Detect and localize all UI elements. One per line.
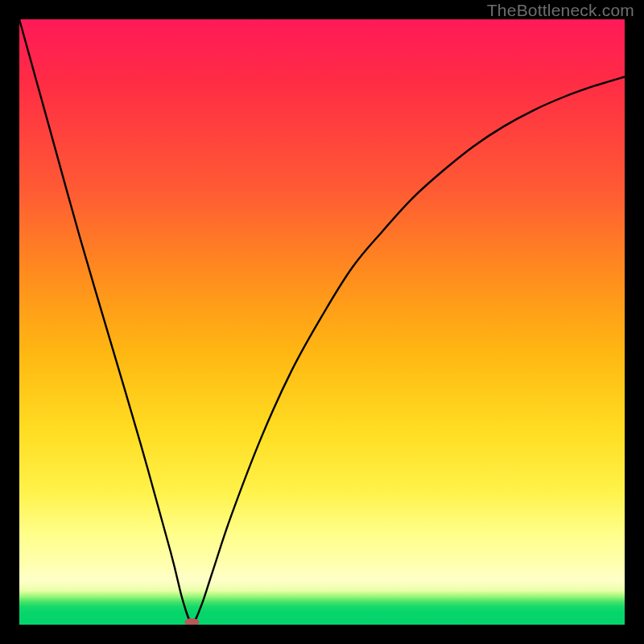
- chart-frame: TheBottleneck.com: [0, 0, 644, 644]
- min-marker: [184, 618, 199, 625]
- plot-area: [19, 19, 625, 625]
- curve-layer: [19, 19, 625, 625]
- watermark-text: TheBottleneck.com: [487, 1, 634, 20]
- bottleneck-curve: [19, 19, 625, 622]
